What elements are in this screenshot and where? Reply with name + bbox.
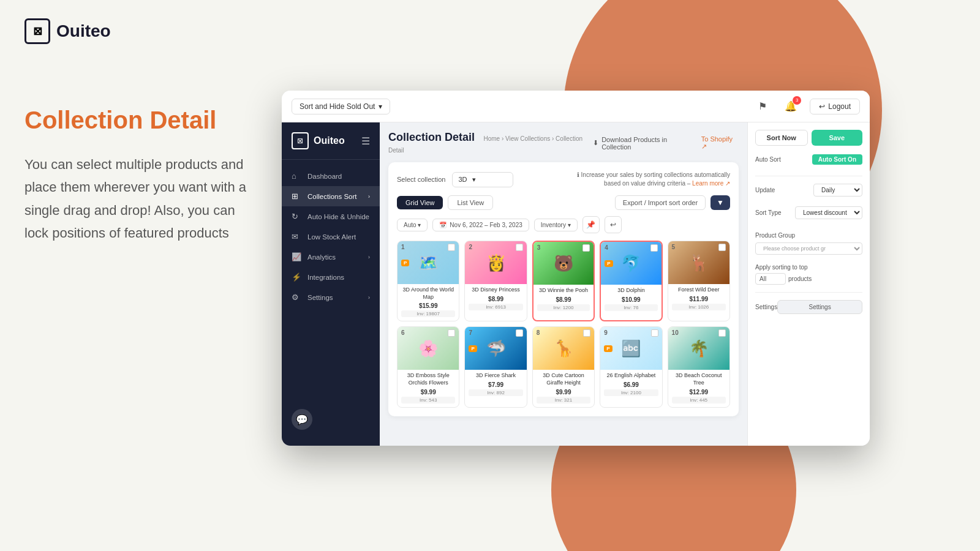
main-content: Collection Detail Home › View Collection… [380, 122, 747, 446]
product-number: 7 [469, 329, 472, 336]
product-group-row: Product Group Please choose product gr [755, 229, 862, 255]
sort-hide-dropdown[interactable]: Sort and Hide Sold Out ▾ [292, 99, 390, 114]
sidebar-item-low-stock[interactable]: ✉ Low Stock Alert [282, 227, 380, 247]
logo-area: ⊠ Ouiteo [24, 18, 257, 44]
undo-button[interactable]: ↩ [605, 216, 622, 233]
sidebar-logo-icon: ⊠ [292, 132, 309, 149]
product-checkbox[interactable] [516, 244, 523, 251]
update-row: Update Daily [755, 184, 862, 197]
shopify-link[interactable]: To Shopify ↗ [701, 135, 739, 151]
learn-more-link[interactable]: Learn more ↗ [692, 180, 730, 187]
apply-sorting-row: Apply sorting to top products [755, 261, 862, 285]
product-checkbox[interactable] [582, 244, 590, 252]
settings-text-label: Settings [755, 304, 777, 310]
sidebar-item-settings[interactable]: ⚙ Settings › [282, 287, 380, 307]
product-card-6[interactable]: 6 🌸 3D Emboss Style Orchids Flowers $9.9… [397, 326, 459, 407]
grid-view-button[interactable]: Grid View [397, 196, 443, 209]
product-checkbox[interactable] [448, 329, 455, 337]
notification-badge: 3 [793, 96, 801, 105]
product-name: 3D Beach Coconut Tree [672, 372, 726, 386]
arrow-icon: › [368, 193, 370, 200]
logout-button[interactable]: ↩ Logout [810, 99, 860, 114]
arrow-icon-analytics: › [368, 254, 370, 260]
auto-sort-toggle[interactable]: Auto Sort On [812, 154, 862, 165]
product-group-select[interactable]: Please choose product gr [755, 242, 862, 255]
product-price: $9.99 [401, 389, 455, 395]
product-card-10[interactable]: 10 🌴 3D Beach Coconut Tree $12.99 Inv: 4… [668, 326, 730, 407]
product-checkbox[interactable] [583, 329, 590, 337]
collection-select[interactable]: 3D ▾ [452, 172, 513, 187]
product-price: $8.99 [537, 296, 590, 303]
product-number: 9 [604, 329, 608, 336]
page-description: You can select multiple products and pla… [24, 153, 257, 245]
product-card-2[interactable]: 2 👸 3D Disney Princess $8.99 Inv: 6913 [464, 241, 527, 321]
hamburger-icon[interactable]: ☰ [361, 135, 370, 147]
product-price: $12.99 [672, 389, 726, 395]
product-grid: 1 🗺️ P 3D Around the World Map $15.99 In… [397, 241, 730, 408]
save-button[interactable]: Save [812, 130, 863, 146]
page-heading: Collection Detail [24, 105, 257, 135]
content-header: Collection Detail Home › View Collection… [388, 131, 739, 155]
flag-icon-btn[interactable]: ⚑ [753, 97, 772, 116]
product-price: $9.99 [537, 389, 590, 395]
learn-more-box: ℹ Increase your sales by sorting collect… [559, 171, 730, 188]
product-checkbox[interactable] [651, 329, 658, 337]
product-card-1[interactable]: 1 🗺️ P 3D Around the World Map $15.99 In… [397, 241, 459, 321]
product-inventory: Inv: 321 [537, 397, 590, 403]
sidebar-item-analytics[interactable]: 📈 Analytics › [282, 247, 380, 267]
chat-button[interactable]: 💬 [292, 409, 312, 430]
pin-button[interactable]: 📌 [582, 216, 600, 233]
product-checkbox[interactable] [718, 244, 726, 251]
export-button[interactable]: Export / Import sort order [615, 195, 706, 210]
product-checkbox[interactable] [516, 329, 523, 337]
product-name: 3D Emboss Style Orchids Flowers [401, 372, 455, 386]
sidebar-item-integrations[interactable]: ⚡ Integrations [282, 267, 380, 287]
apply-row: products [755, 273, 862, 285]
update-select[interactable]: Daily [813, 184, 862, 197]
product-card-9[interactable]: 9 🔤 P 26 English Alphabet $6.99 Inv: 210… [600, 326, 662, 407]
product-checkbox[interactable] [650, 244, 658, 252]
apply-input[interactable] [755, 273, 786, 285]
product-card-7[interactable]: 7 🦈 P 3D Fierce Shark $7.99 Inv: 892 [464, 326, 527, 407]
product-inventory: Inv: 892 [469, 389, 522, 396]
sidebar: ⊠ Ouiteo ☰ ⌂ Dashboard ⊞ Collections Sor… [282, 122, 380, 446]
product-checkbox[interactable] [448, 244, 455, 251]
auto-filter-select[interactable]: Auto ▾ [397, 219, 428, 231]
list-view-button[interactable]: List View [448, 195, 493, 210]
auto-sort-row: Auto Sort Auto Sort On [755, 154, 862, 165]
product-checkbox[interactable] [718, 329, 726, 337]
sort-now-button[interactable]: Sort Now [755, 130, 808, 146]
product-card-8[interactable]: 8 🦒 3D Cute Cartoon Giraffe Height $9.99… [532, 326, 595, 407]
sort-actions: Sort Now Save [755, 130, 862, 146]
refresh-icon: ↻ [292, 212, 301, 221]
product-card-3[interactable]: 3 🐻 3D Winnie the Pooh $8.99 Inv: 1200 [532, 241, 595, 321]
product-card-5[interactable]: 5 🦌 Forest Wild Deer $11.99 Inv: 1026 [668, 241, 730, 321]
filter-button[interactable]: ▼ [710, 195, 730, 210]
sidebar-item-collections-sort[interactable]: ⊞ Collections Sort › [282, 186, 380, 206]
logo-text: Ouiteo [56, 21, 111, 41]
product-number: 6 [401, 329, 405, 336]
divider-1 [755, 176, 862, 176]
sidebar-bottom: 💬 [282, 403, 380, 436]
settings-button[interactable]: Settings [777, 300, 862, 314]
sidebar-item-dashboard[interactable]: ⌂ Dashboard [282, 166, 380, 186]
download-products-button[interactable]: ⬇ Download Products in Collection [593, 136, 695, 151]
sidebar-logo-text: Ouiteo [314, 135, 345, 146]
auto-sort-label: Auto Sort [755, 156, 781, 163]
inventory-filter-select[interactable]: Inventory ▾ [534, 219, 578, 231]
flag-icon: ⚑ [758, 100, 767, 112]
product-number: 10 [672, 329, 679, 336]
apply-sorting-label: Apply sorting to top [755, 264, 808, 271]
product-name: 26 English Alphabet [604, 372, 658, 380]
select-collection-toolbar: Select collection 3D ▾ ℹ Increase your s… [397, 171, 730, 188]
notification-icon-btn[interactable]: 🔔 3 [782, 97, 800, 116]
product-card-4[interactable]: 4 🐬 P 3D Dolphin $10.99 Inv: 76 [600, 241, 662, 321]
title-breadcrumb: Collection Detail Home › View Collection… [388, 131, 593, 155]
sort-type-select[interactable]: Lowest discount [795, 206, 862, 219]
select-collection-label: Select collection [397, 176, 446, 183]
app-body: ⊠ Ouiteo ☰ ⌂ Dashboard ⊞ Collections Sor… [282, 122, 870, 446]
right-panel: Sort Now Save Auto Sort Auto Sort On Upd… [747, 122, 870, 446]
left-panel: ⊠ Ouiteo Collection Detail You can selec… [0, 0, 282, 551]
date-range-filter[interactable]: 📅 Nov 6, 2022 – Feb 3, 2023 [432, 219, 529, 231]
sidebar-item-auto-hide[interactable]: ↻ Auto Hide & Unhide [282, 206, 380, 227]
